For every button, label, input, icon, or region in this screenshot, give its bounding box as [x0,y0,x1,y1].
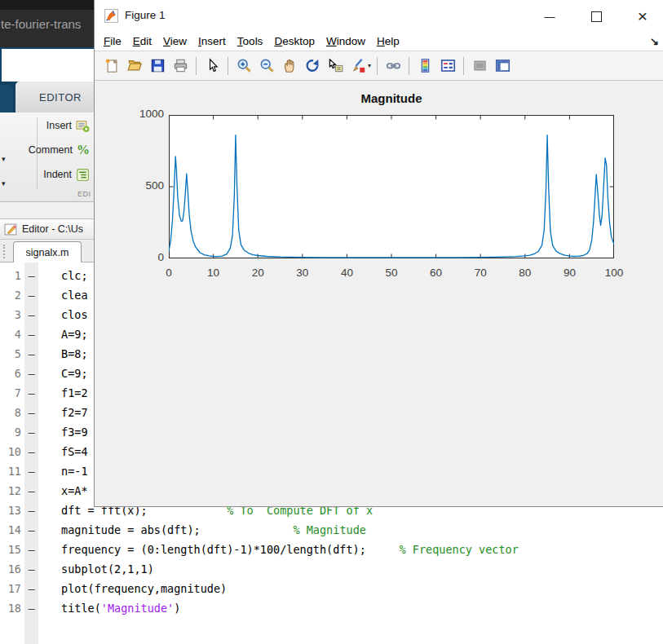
code-text: A=9; [61,324,88,344]
code-line: 14–magnitude = abs(dft); % Magnitude [0,520,663,540]
x-tick-label: 50 [375,267,408,279]
x-tick-label: 30 [286,267,319,279]
code-text: B=8; [61,344,88,364]
toolbar-separator [463,57,464,75]
chevron-down-icon[interactable]: ▾ [2,155,6,163]
menu-window[interactable]: Window [320,33,371,47]
line-number: 17 [0,579,21,598]
code-text: clos [61,305,88,324]
x-tick-label: 90 [553,267,586,279]
maximize-button[interactable] [578,0,614,33]
menu-insert[interactable]: Insert [192,33,232,47]
x-tick-label: 20 [241,267,274,279]
executable-line-dash[interactable]: – [24,559,38,579]
executable-line-dash[interactable]: – [24,442,38,461]
executable-line-dash[interactable]: – [24,266,38,285]
menu-file[interactable]: File [98,33,127,47]
file-tab-signalx[interactable]: signalx.m [13,241,82,262]
plot-title: Magnitude [169,91,614,105]
executable-line-dash[interactable]: – [24,422,38,442]
line-number: 5 [0,344,21,364]
executable-line-dash[interactable]: – [24,481,38,501]
comment-button[interactable]: Comment % [29,141,90,159]
menu-edit[interactable]: Edit [127,33,157,47]
executable-line-dash[interactable]: – [24,305,38,324]
show-plot-tools-icon[interactable] [495,58,511,73]
link-plot-icon[interactable] [386,58,401,73]
plot-axes[interactable] [169,115,614,258]
code-text: C=9; [61,364,88,383]
insert-colorbar-icon[interactable] [418,58,433,73]
executable-line-dash[interactable]: – [24,364,38,383]
code-line: 15–frequency = (0:length(dft)-1)*100/len… [0,540,663,559]
insert-legend-icon[interactable] [440,58,456,73]
executable-line-dash[interactable]: – [24,324,38,344]
figure-window: Figure 1 — × FileEditViewInsertToolsDesk… [94,0,663,507]
code-text: frequency = (0:length(dft)-1)*100/length… [61,540,519,559]
insert-button[interactable]: Insert [46,117,90,135]
menu-view[interactable]: View [157,33,192,47]
executable-line-dash[interactable]: – [24,598,38,618]
x-tick-label: 70 [464,267,497,279]
y-tick-label: 1000 [131,108,164,120]
brush-data-icon[interactable] [351,58,366,73]
figure-window-title: Figure 1 [125,9,166,21]
line-number: 4 [0,324,21,344]
minimize-button[interactable]: — [532,0,568,33]
executable-line-dash[interactable]: – [24,520,38,540]
figure-titlebar[interactable]: Figure 1 — × [95,0,663,33]
menu-tools[interactable]: Tools [232,33,269,47]
menu-help[interactable]: Help [371,33,405,47]
editor-panel-title: Editor - C:\Us [22,223,83,235]
pencil-icon [4,223,18,236]
executable-line-dash[interactable]: – [24,403,38,422]
executable-line-dash[interactable]: – [24,285,38,305]
pan-icon[interactable] [282,58,298,73]
line-number: 6 [0,364,21,383]
hide-plot-tools-icon[interactable] [472,58,488,73]
line-number: 3 [0,305,21,324]
line-number: 9 [0,422,21,442]
indent-button[interactable]: Indent [43,165,90,183]
panel-grip[interactable] [3,245,7,258]
executable-line-dash[interactable]: – [24,579,38,598]
executable-line-dash[interactable]: – [24,344,38,364]
code-text: plot(frequency,magnitude) [61,579,227,598]
screen: te-fourier-trans EDITOR ▾ ▾ Insert Comme… [0,0,663,644]
line-number: 11 [0,461,21,481]
chevron-down-icon[interactable]: ▾ [2,179,6,187]
line-number: 14 [0,520,21,540]
toolbar-separator [377,57,378,75]
chevron-down-icon[interactable]: ▾ [368,62,371,69]
tab-editor[interactable]: EDITOR [15,82,105,112]
executable-line-dash[interactable]: – [24,383,38,403]
open-file-icon[interactable] [127,58,143,73]
close-icon: × [638,7,648,26]
close-button[interactable]: × [625,0,661,33]
y-tick-label: 500 [131,179,164,192]
toolbar-separator [228,57,228,75]
menu-desktop[interactable]: Desktop [268,33,320,47]
code-text: subplot(2,1,1) [61,559,154,579]
insert-label: Insert [46,120,72,131]
code-text: fS=4 [61,442,88,461]
code-text: n=-1 [61,461,88,481]
line-number: 8 [0,403,21,422]
data-cursor-icon[interactable] [328,58,343,73]
pointer-icon[interactable] [205,58,220,73]
figure-toolbar: ▾ [95,51,663,81]
save-figure-icon[interactable] [150,58,166,73]
rotate-3d-icon[interactable] [305,58,320,73]
tab-editor-label: EDITOR [39,91,82,104]
zoom-in-icon[interactable] [236,58,252,73]
zoom-out-icon[interactable] [259,58,275,73]
executable-line-dash[interactable]: – [24,501,38,520]
code-text: f2=7 [61,403,88,422]
indent-icon [76,168,90,182]
executable-line-dash[interactable]: – [24,540,38,559]
executable-line-dash[interactable]: – [24,461,38,481]
line-number: 10 [0,442,21,461]
new-figure-icon[interactable] [104,58,120,73]
dock-figure-icon[interactable]: ↘ [650,35,659,47]
print-figure-icon[interactable] [173,58,188,73]
